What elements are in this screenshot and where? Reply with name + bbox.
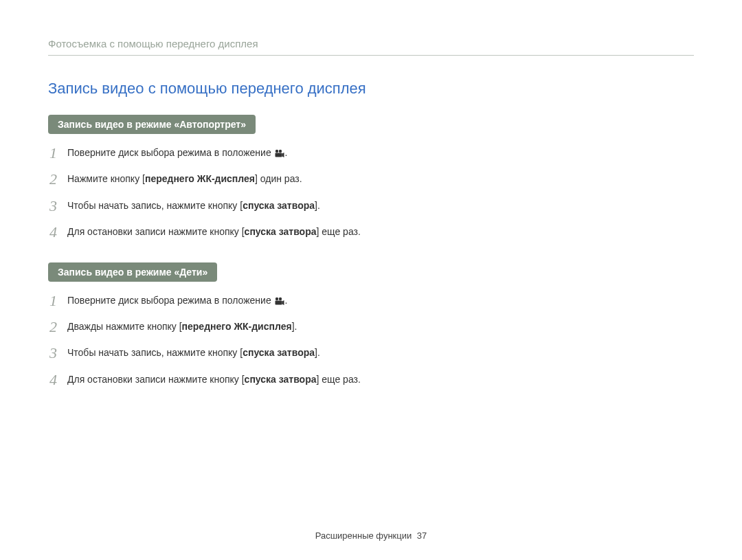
block-children: Запись видео в режиме «Дети» 1 Поверните… [48,262,694,390]
section-title: Запись видео с помощью переднего дисплея [48,80,694,98]
step-number: 3 [49,197,67,215]
subheading-children: Запись видео в режиме «Дети» [48,262,217,282]
step-row: 2 Дважды нажмите кнопку [переднего ЖК-ди… [49,318,694,336]
steps-selfie: 1 Поверните диск выбора режима в положен… [48,144,694,242]
step-pre: Для остановки записи нажмите кнопку [ [67,374,245,385]
step-post: ] еще раз. [317,374,361,385]
block-selfie: Запись видео в режиме «Автопортрет» 1 По… [48,115,694,242]
step-text: Поверните диск выбора режима в положение… [67,144,287,161]
step-bold: спуска затвора [243,200,315,211]
step-pre: Поверните диск выбора режима в положение [67,147,274,158]
step-post: ]. [315,200,320,211]
step-row: 1 Поверните диск выбора режима в положен… [49,292,694,310]
step-pre: Дважды нажмите кнопку [ [67,321,182,332]
svg-marker-3 [282,153,284,157]
videocam-icon [275,295,284,309]
step-post: ] один раз. [255,173,302,184]
step-post: . [285,295,288,306]
step-number: 4 [49,223,67,241]
step-row: 1 Поверните диск выбора режима в положен… [49,144,694,162]
step-text: Чтобы начать запись, нажмите кнопку [спу… [67,344,320,360]
step-number: 2 [49,318,67,336]
step-post: . [285,147,288,158]
step-bold: спуска затвора [245,226,317,237]
step-row: 2 Нажмите кнопку [переднего ЖК-дисплея] … [49,170,694,188]
step-bold: переднего ЖК-дисплея [145,173,255,184]
svg-point-1 [278,150,281,153]
step-number: 2 [49,170,67,188]
breadcrumb: Фотосъемка с помощью переднего дисплея [48,38,694,56]
svg-rect-2 [275,153,282,157]
step-bold: переднего ЖК-дисплея [182,321,292,332]
step-row: 3 Чтобы начать запись, нажмите кнопку [с… [49,344,694,362]
step-text: Для остановки записи нажмите кнопку [спу… [67,223,361,239]
step-pre: Для остановки записи нажмите кнопку [ [67,226,245,237]
step-pre: Чтобы начать запись, нажмите кнопку [ [67,200,243,211]
svg-rect-6 [275,300,282,304]
step-pre: Нажмите кнопку [ [67,173,145,184]
footer-page-number: 37 [417,530,427,541]
svg-point-5 [278,297,281,300]
step-number: 4 [49,371,67,389]
step-bold: спуска затвора [243,347,315,358]
step-row: 3 Чтобы начать запись, нажмите кнопку [с… [49,197,694,215]
step-number: 3 [49,344,67,362]
svg-point-0 [275,150,278,153]
step-row: 4 Для остановки записи нажмите кнопку [с… [49,223,694,241]
subheading-selfie: Запись видео в режиме «Автопортрет» [48,115,256,134]
step-text: Дважды нажмите кнопку [переднего ЖК-дисп… [67,318,297,334]
step-number: 1 [49,292,67,310]
step-pre: Поверните диск выбора режима в положение [67,295,274,306]
step-text: Нажмите кнопку [переднего ЖК-дисплея] од… [67,170,302,186]
step-text: Чтобы начать запись, нажмите кнопку [спу… [67,197,320,213]
steps-children: 1 Поверните диск выбора режима в положен… [48,292,694,390]
step-row: 4 Для остановки записи нажмите кнопку [с… [49,371,694,389]
svg-point-4 [275,297,278,300]
svg-marker-7 [282,300,284,305]
step-text: Для остановки записи нажмите кнопку [спу… [67,371,361,387]
step-post: ] еще раз. [317,226,361,237]
step-post: ]. [315,347,320,358]
step-bold: спуска затвора [245,374,317,385]
step-text: Поверните диск выбора режима в положение… [67,292,287,309]
step-post: ]. [292,321,297,332]
page-footer: Расширенные функции 37 [0,530,742,541]
footer-label: Расширенные функции [315,530,412,541]
step-pre: Чтобы начать запись, нажмите кнопку [ [67,347,243,358]
step-number: 1 [49,144,67,162]
videocam-icon [275,147,284,161]
